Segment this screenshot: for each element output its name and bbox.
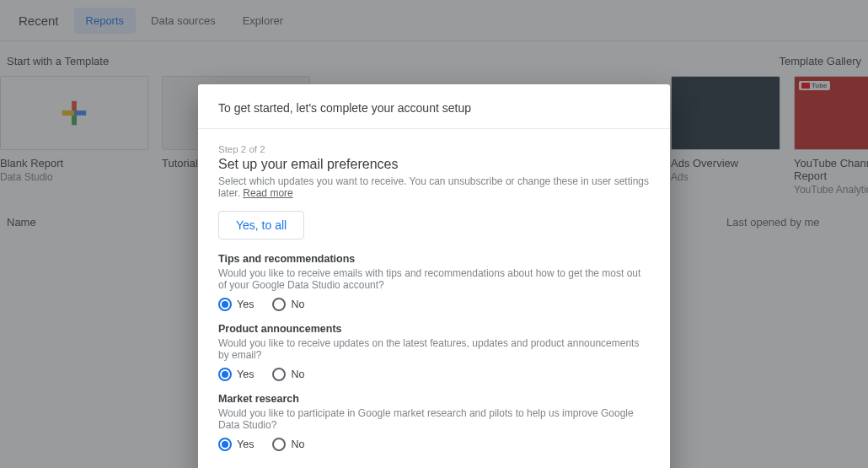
pref-group-product: Product announcements Would you like to … — [218, 323, 650, 381]
radio-icon — [218, 368, 232, 381]
dialog-heading: Set up your email preferences — [218, 157, 650, 172]
pref-title: Product announcements — [218, 323, 650, 335]
radio-yes[interactable]: Yes — [218, 438, 254, 451]
radio-yes[interactable]: Yes — [218, 298, 254, 311]
yes-to-all-button[interactable]: Yes, to all — [218, 211, 304, 239]
dialog-title: To get started, let's complete your acco… — [198, 84, 670, 129]
radio-label: Yes — [237, 368, 254, 380]
pref-radios: Yes No — [218, 438, 650, 451]
pref-desc: Would you like to participate in Google … — [218, 407, 650, 431]
radio-icon — [272, 438, 286, 451]
radio-icon — [272, 368, 286, 381]
radio-icon — [218, 298, 232, 311]
radio-label: No — [291, 438, 304, 450]
pref-radios: Yes No — [218, 298, 650, 311]
radio-label: Yes — [237, 299, 254, 310]
dialog-body: Step 2 of 2 Set up your email preference… — [198, 129, 670, 468]
dialog-description: Select which updates you want to receive… — [218, 175, 650, 199]
radio-label: No — [291, 368, 304, 380]
radio-label: Yes — [237, 438, 254, 450]
radio-no[interactable]: No — [272, 438, 304, 451]
radio-label: No — [291, 299, 304, 310]
account-setup-dialog: To get started, let's complete your acco… — [198, 84, 670, 468]
pref-title: Tips and recommendations — [218, 253, 650, 265]
step-indicator: Step 2 of 2 — [218, 144, 650, 154]
pref-desc: Would you like to receive emails with ti… — [218, 267, 650, 291]
pref-group-tips: Tips and recommendations Would you like … — [218, 253, 650, 311]
pref-radios: Yes No — [218, 368, 650, 381]
pref-title: Market research — [218, 393, 650, 405]
pref-desc: Would you like to receive updates on the… — [218, 337, 650, 361]
radio-icon — [272, 298, 286, 311]
pref-group-research: Market research Would you like to partic… — [218, 393, 650, 451]
radio-yes[interactable]: Yes — [218, 368, 254, 381]
radio-no[interactable]: No — [272, 368, 304, 381]
radio-no[interactable]: No — [272, 298, 304, 311]
radio-icon — [218, 438, 232, 451]
read-more-link[interactable]: Read more — [243, 187, 292, 199]
